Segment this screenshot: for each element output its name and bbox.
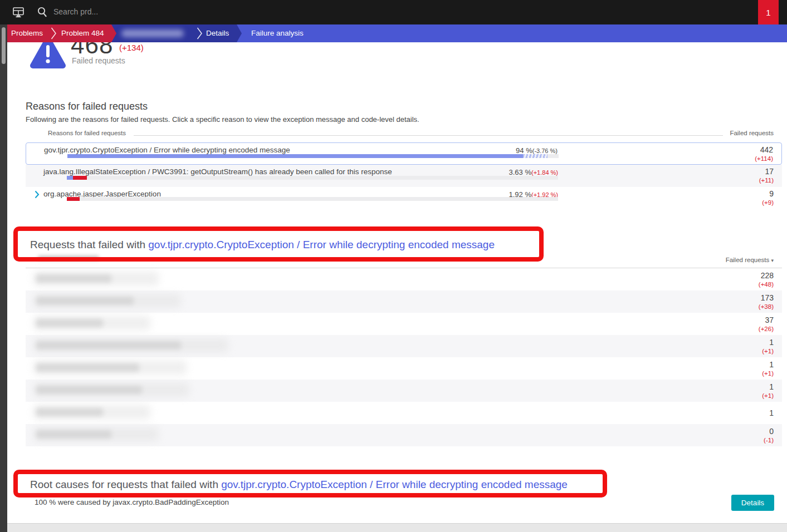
reason-percentage: 3.63 %(+1.84 %) (509, 168, 558, 176)
pct-delta: (+1.84 %) (531, 169, 558, 176)
reason-count: 9 (769, 189, 774, 198)
request-count-delta: (-1) (764, 437, 774, 444)
request-row[interactable]: 0 (-1) (26, 424, 782, 446)
chevron-right-icon (197, 27, 203, 40)
reason-count-delta: (+11) (759, 177, 774, 184)
request-row[interactable]: 173 (+38) (26, 290, 782, 313)
request-count: 228 (761, 271, 774, 280)
problems-count-badge[interactable]: 1 (758, 0, 779, 24)
redacted-request-name (36, 274, 111, 283)
left-scrollbar-thumb[interactable] (2, 27, 6, 64)
breadcrumb: Problems Problem 484 Details Failure ana… (7, 24, 787, 42)
redacted-request-name (36, 319, 103, 327)
chevron-right-icon (51, 27, 57, 40)
details-button[interactable]: Details (731, 495, 774, 511)
request-count-delta: (+1) (762, 392, 774, 399)
redacted-request-name (36, 386, 142, 394)
sort-header-failed-requests[interactable]: Failed requests ▾ (726, 257, 774, 263)
left-scrollbar-track[interactable] (0, 24, 7, 532)
footer-strip (7, 523, 787, 532)
redacted-request-name (36, 430, 111, 439)
reason-name: gov.tjpr.crypto.CryptoException / Error … (44, 146, 290, 154)
reasons-column-header: Reasons for failed requests (48, 130, 126, 136)
annotation-box-root-causes: Root causes for requests that failed wit… (13, 470, 607, 497)
failed-requests-label: Failed requests (72, 56, 125, 65)
request-count: 1 (769, 360, 774, 369)
failed-requests-column-header: Failed requests (730, 130, 774, 136)
sort-arrow-icon: ▾ (771, 258, 774, 263)
redacted-request-name (36, 341, 181, 349)
breadcrumb-item-failure-analysis[interactable]: Failure analysis (251, 29, 304, 37)
failure-ratio-bar (67, 154, 559, 158)
request-row[interactable]: 1 (+1) (26, 357, 782, 380)
breadcrumb-item-details[interactable]: Details (206, 29, 229, 37)
breadcrumb-item-problem-484[interactable]: Problem 484 (61, 29, 104, 37)
annotation-box-requests: Requests that failed with gov.tjpr.crypt… (13, 226, 544, 262)
redacted-request-name (36, 408, 103, 416)
sort-label: Failed requests (726, 257, 770, 263)
request-count: 37 (765, 316, 774, 324)
reason-count: 442 (760, 145, 773, 154)
title-prefix: Requests that failed with (30, 239, 148, 250)
failure-analysis-page: Search prd... 1 Problems Problem 484 Det… (0, 0, 787, 532)
failure-ratio-bar (67, 197, 558, 201)
reason-row-jasper-exception[interactable]: org.apache.jasper.JasperException 1.92 %… (26, 187, 782, 210)
root-cause-summary: 100 % were caused by javax.crypto.BadPad… (35, 498, 229, 506)
root-causes-section-title: Root causes for requests that failed wit… (30, 479, 568, 491)
dashboard-monitor-icon[interactable] (12, 6, 25, 18)
search-input[interactable]: Search prd... (53, 7, 98, 16)
request-row[interactable]: 228 (+48) (26, 268, 782, 290)
top-bar: Search prd... 1 (0, 0, 787, 24)
pct-value: 94 % (516, 146, 532, 155)
request-count-delta: (+38) (759, 303, 774, 310)
title-exception-link[interactable]: gov.tjpr.crypto.CryptoException / Error … (148, 239, 495, 250)
reason-row-crypto-exception[interactable]: gov.tjpr.crypto.CryptoException / Error … (26, 142, 782, 165)
request-count: 1 (769, 382, 774, 391)
breadcrumb-item-problems[interactable]: Problems (11, 29, 43, 37)
request-count-delta: (+48) (759, 281, 774, 288)
request-count-delta: (+26) (759, 326, 774, 332)
requests-section-title: Requests that failed with gov.tjpr.crypt… (30, 239, 495, 251)
request-count: 0 (769, 427, 774, 436)
title-prefix: Root causes for requests that failed wit… (30, 479, 221, 490)
request-row[interactable]: 1 (+1) (26, 335, 782, 357)
reason-count-delta: (+114) (755, 155, 773, 162)
reasons-section-title: Reasons for failed requests (26, 101, 148, 112)
breadcrumb-item-redacted[interactable] (121, 29, 184, 37)
redacted-request-name (36, 363, 139, 372)
reason-name: java.lang.IllegalStateException / PWC399… (43, 168, 392, 176)
pct-delta: (-3.76 %) (532, 147, 558, 154)
pct-value: 3.63 % (509, 168, 531, 176)
reason-count-delta: (+9) (762, 199, 774, 206)
reason-count: 17 (765, 167, 774, 176)
reason-percentage: 94 %(-3.76 %) (516, 146, 558, 155)
search-icon[interactable] (37, 6, 48, 18)
request-count: 1 (769, 408, 774, 417)
request-row[interactable]: 1 (26, 402, 782, 424)
request-row[interactable]: 37 (+26) (26, 313, 782, 335)
reason-row-illegal-state[interactable]: java.lang.IllegalStateException / PWC399… (26, 165, 782, 187)
header-divider (134, 135, 723, 136)
redacted-request-name (36, 297, 134, 305)
request-count-delta: (+1) (762, 370, 774, 377)
failed-requests-delta: (+134) (119, 43, 144, 52)
request-count: 1 (769, 338, 774, 347)
reasons-section-subtitle: Following are the reasons for failed req… (26, 115, 419, 124)
title-exception-link[interactable]: gov.tjpr.crypto.CryptoException / Error … (221, 479, 568, 490)
request-count-delta: (+1) (762, 348, 774, 354)
request-row[interactable]: 1 (+1) (26, 380, 782, 402)
failure-ratio-bar (67, 176, 558, 180)
expand-chevron-icon[interactable] (35, 190, 40, 199)
request-count: 173 (761, 293, 774, 302)
